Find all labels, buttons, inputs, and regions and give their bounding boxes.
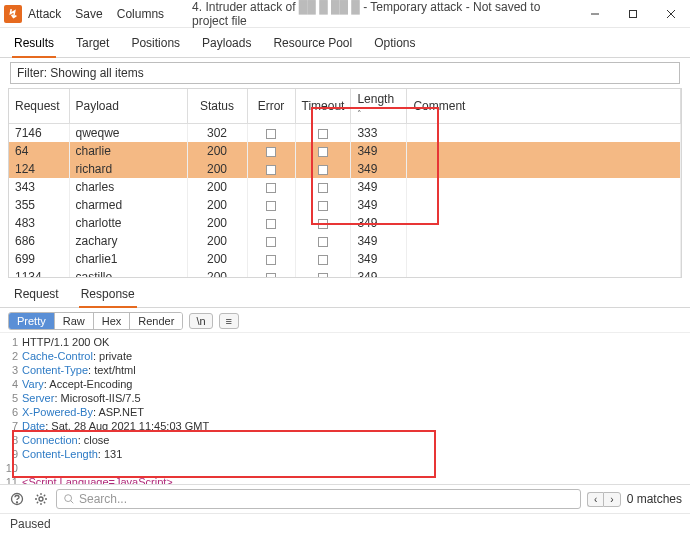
title-host: ██ █ ██ █	[299, 0, 360, 14]
error-checkbox[interactable]	[266, 165, 276, 175]
error-checkbox[interactable]	[266, 219, 276, 229]
timeout-checkbox[interactable]	[318, 273, 328, 278]
view-toolbar: Pretty Raw Hex Render \n ≡	[0, 308, 690, 332]
tab-positions[interactable]: Positions	[129, 32, 182, 57]
toggle-newlines[interactable]: \n	[189, 313, 212, 329]
view-hex[interactable]: Hex	[94, 313, 131, 329]
col-payload[interactable]: Payload	[69, 89, 187, 124]
col-status[interactable]: Status	[187, 89, 247, 124]
view-raw[interactable]: Raw	[55, 313, 94, 329]
filter-box[interactable]: Filter: Showing all items	[10, 62, 680, 84]
error-checkbox[interactable]	[266, 129, 276, 139]
titlebar: ↯ Attack Save Columns 4. Intruder attack…	[0, 0, 690, 28]
col-request[interactable]: Request	[9, 89, 69, 124]
svg-point-5	[17, 502, 18, 503]
settings-icon[interactable]	[32, 490, 50, 508]
status-bar: Paused	[0, 513, 690, 534]
col-comment[interactable]: Comment	[407, 89, 681, 124]
window-buttons	[576, 0, 690, 28]
menu-attack[interactable]: Attack	[28, 7, 61, 21]
message-tabs: Request Response	[0, 280, 690, 308]
search-icon	[63, 493, 75, 505]
table-row[interactable]: 699charlie1200349	[9, 250, 681, 268]
table-row[interactable]: 124richard200349	[9, 160, 681, 178]
tab-request[interactable]: Request	[12, 284, 61, 307]
col-timeout[interactable]: Timeout	[295, 89, 351, 124]
table-row[interactable]: 343charles200349	[9, 178, 681, 196]
search-input[interactable]: Search...	[56, 489, 581, 509]
error-checkbox[interactable]	[266, 183, 276, 193]
search-next[interactable]: ›	[603, 492, 620, 507]
timeout-checkbox[interactable]	[318, 183, 328, 193]
table-row[interactable]: 686zachary200349	[9, 232, 681, 250]
error-checkbox[interactable]	[266, 237, 276, 247]
tab-payloads[interactable]: Payloads	[200, 32, 253, 57]
timeout-checkbox[interactable]	[318, 237, 328, 247]
app-icon: ↯	[4, 5, 22, 23]
maximize-button[interactable]	[614, 0, 652, 28]
menu-save[interactable]: Save	[75, 7, 102, 21]
tab-response[interactable]: Response	[79, 284, 137, 308]
main-tabs: Results Target Positions Payloads Resour…	[0, 28, 690, 58]
svg-point-6	[39, 497, 43, 501]
table-row[interactable]: 64charlie200349	[9, 142, 681, 160]
help-icon[interactable]	[8, 490, 26, 508]
results-table: Request Payload Status Error Timeout Len…	[9, 89, 681, 278]
timeout-checkbox[interactable]	[318, 129, 328, 139]
response-body[interactable]: 1HTTP/1.1 200 OK2Cache-Control: private3…	[0, 332, 690, 484]
menu-columns[interactable]: Columns	[117, 7, 164, 21]
tab-target[interactable]: Target	[74, 32, 111, 57]
search-nav: ‹ ›	[587, 492, 621, 507]
menu: Attack Save Columns	[28, 7, 164, 21]
view-render[interactable]: Render	[130, 313, 182, 329]
error-checkbox[interactable]	[266, 273, 276, 278]
window-title: 4. Intruder attack of ██ █ ██ █ - Tempor…	[164, 0, 576, 28]
search-row: Search... ‹ › 0 matches	[0, 484, 690, 513]
table-row[interactable]: 355charmed200349	[9, 196, 681, 214]
timeout-checkbox[interactable]	[318, 147, 328, 157]
error-checkbox[interactable]	[266, 255, 276, 265]
view-mode-group: Pretty Raw Hex Render	[8, 312, 183, 330]
error-checkbox[interactable]	[266, 147, 276, 157]
svg-line-8	[71, 501, 74, 504]
tab-options[interactable]: Options	[372, 32, 417, 57]
col-error[interactable]: Error	[247, 89, 295, 124]
timeout-checkbox[interactable]	[318, 255, 328, 265]
title-prefix: 4. Intruder attack of	[192, 0, 299, 14]
timeout-checkbox[interactable]	[318, 219, 328, 229]
toggle-wrap[interactable]: ≡	[219, 313, 239, 329]
col-length[interactable]: Length	[351, 89, 407, 124]
timeout-checkbox[interactable]	[318, 165, 328, 175]
svg-rect-1	[630, 10, 637, 17]
table-row[interactable]: 1134castillo200349	[9, 268, 681, 278]
error-checkbox[interactable]	[266, 201, 276, 211]
tab-resource[interactable]: Resource Pool	[271, 32, 354, 57]
view-pretty[interactable]: Pretty	[9, 313, 55, 329]
match-count: 0 matches	[627, 492, 682, 506]
timeout-checkbox[interactable]	[318, 201, 328, 211]
close-button[interactable]	[652, 0, 690, 28]
tab-results[interactable]: Results	[12, 32, 56, 58]
search-prev[interactable]: ‹	[587, 492, 603, 507]
search-placeholder: Search...	[79, 492, 127, 506]
minimize-button[interactable]	[576, 0, 614, 28]
table-row[interactable]: 7146qweqwe302333	[9, 124, 681, 143]
results-table-wrap: Request Payload Status Error Timeout Len…	[8, 88, 682, 278]
table-header: Request Payload Status Error Timeout Len…	[9, 89, 681, 124]
filter-row: Filter: Showing all items	[0, 58, 690, 88]
svg-point-7	[65, 495, 72, 502]
table-row[interactable]: 483charlotte200349	[9, 214, 681, 232]
